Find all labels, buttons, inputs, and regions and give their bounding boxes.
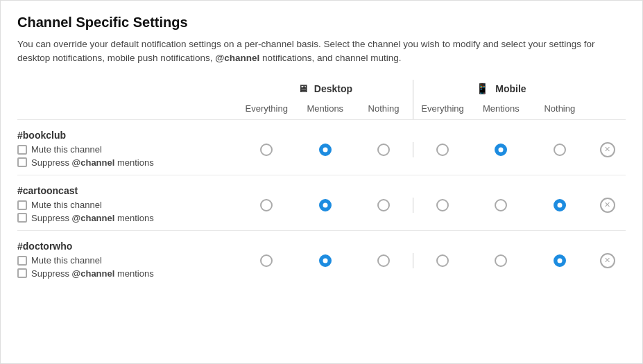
desktop-section-header: 🖥 Desktop	[237, 80, 413, 99]
mobile-icon: 📱	[476, 83, 489, 94]
suppress-label-cell: Suppress @channel mentions	[17, 213, 626, 231]
channel-suppress-row: Suppress @channel mentions	[17, 268, 626, 286]
description: You can override your default notificati…	[17, 37, 626, 66]
mobile-mentions-header: Mentions	[472, 99, 531, 120]
mute-x-button[interactable]	[589, 142, 626, 157]
desktop-everything-header: Everything	[237, 99, 296, 120]
suppress-checkbox[interactable]	[17, 157, 27, 167]
mute-checkbox[interactable]	[17, 145, 27, 155]
mobile-radio-everything[interactable]	[413, 253, 472, 268]
mobile-section-header: 📱 Mobile	[413, 80, 590, 99]
mute-x-button[interactable]	[589, 198, 626, 213]
desktop-radio-nothing[interactable]	[354, 198, 413, 213]
desktop-radio-everything[interactable]	[237, 253, 296, 268]
mute-label-text: Mute this channel	[31, 255, 102, 266]
mute-checkbox[interactable]	[17, 256, 27, 266]
desktop-mentions-header: Mentions	[296, 99, 355, 120]
channel-suppress-row: Suppress @channel mentions	[17, 157, 626, 175]
mobile-radio-mentions[interactable]	[472, 142, 531, 157]
suppress-checkbox[interactable]	[17, 213, 27, 223]
mute-label-cell: Mute this channel	[17, 198, 237, 213]
channel-mute-row: Mute this channel	[17, 198, 626, 213]
page-title: Channel Specific Settings	[17, 15, 626, 31]
channel-name-row: #cartooncast	[17, 175, 626, 198]
mobile-nothing-header: Nothing	[531, 99, 590, 120]
main-container: Channel Specific Settings You can overri…	[0, 0, 643, 364]
suppress-label-text: Suppress @channel mentions	[31, 213, 154, 223]
mute-x-button[interactable]	[589, 253, 626, 268]
mobile-radio-nothing[interactable]	[531, 142, 590, 157]
suppress-checkbox-label[interactable]: Suppress @channel mentions	[17, 157, 626, 168]
suppress-label-cell: Suppress @channel mentions	[17, 268, 626, 286]
suppress-checkbox[interactable]	[17, 268, 27, 278]
suppress-checkbox-label[interactable]: Suppress @channel mentions	[17, 213, 626, 223]
mobile-radio-everything[interactable]	[413, 198, 472, 213]
mute-label-text: Mute this channel	[31, 144, 102, 155]
channel-name-row: #bookclub	[17, 119, 626, 142]
channel-name: #doctorwho	[17, 230, 626, 253]
channel-mute-row: Mute this channel	[17, 253, 626, 268]
mute-checkbox-label[interactable]: Mute this channel	[17, 200, 237, 210]
settings-table: 🖥 Desktop 📱 Mobile Everything Mentions N…	[17, 80, 626, 286]
mute-checkbox[interactable]	[17, 200, 27, 210]
desktop-radio-mentions[interactable]	[296, 198, 355, 213]
section-header-row: 🖥 Desktop 📱 Mobile	[17, 80, 626, 99]
mobile-radio-nothing[interactable]	[531, 253, 590, 268]
desktop-radio-nothing[interactable]	[354, 253, 413, 268]
desktop-radio-everything[interactable]	[237, 142, 296, 157]
desktop-radio-mentions[interactable]	[296, 142, 355, 157]
channel-mute-row: Mute this channel	[17, 142, 626, 157]
mute-label-cell: Mute this channel	[17, 253, 237, 268]
label-col-header	[17, 80, 237, 99]
suppress-label-text: Suppress @channel mentions	[31, 268, 154, 279]
desktop-radio-everything[interactable]	[237, 198, 296, 213]
mute-label-cell: Mute this channel	[17, 142, 237, 157]
mute-label-text: Mute this channel	[31, 200, 102, 210]
mobile-radio-mentions[interactable]	[472, 253, 531, 268]
mobile-everything-header: Everything	[413, 99, 472, 120]
channel-name-row: #doctorwho	[17, 230, 626, 253]
channel-suppress-row: Suppress @channel mentions	[17, 213, 626, 231]
channel-name: #cartooncast	[17, 175, 626, 198]
suppress-label-text: Suppress @channel mentions	[31, 157, 154, 168]
suppress-label-cell: Suppress @channel mentions	[17, 157, 626, 175]
desktop-nothing-header: Nothing	[354, 99, 413, 120]
mobile-radio-nothing[interactable]	[531, 198, 590, 213]
suppress-checkbox-label[interactable]: Suppress @channel mentions	[17, 268, 626, 279]
mute-checkbox-label[interactable]: Mute this channel	[17, 255, 237, 266]
column-subheader-row: Everything Mentions Nothing Everything M…	[17, 99, 626, 120]
mute-checkbox-label[interactable]: Mute this channel	[17, 144, 237, 155]
mobile-radio-everything[interactable]	[413, 142, 472, 157]
desktop-icon: 🖥	[298, 83, 308, 94]
channel-name: #bookclub	[17, 119, 626, 142]
desktop-radio-mentions[interactable]	[296, 253, 355, 268]
desktop-radio-nothing[interactable]	[354, 142, 413, 157]
mobile-radio-mentions[interactable]	[472, 198, 531, 213]
